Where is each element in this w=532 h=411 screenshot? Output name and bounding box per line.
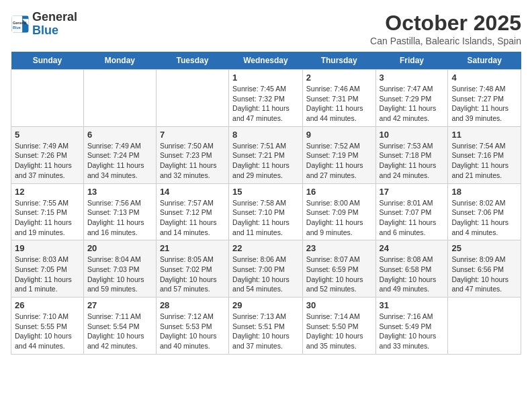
cell-day-number: 31 (380, 300, 445, 310)
cell-day-number: 6 (87, 130, 152, 140)
cell-info: Sunrise: 8:01 AMSunset: 7:07 PMDaylight:… (380, 198, 445, 238)
cell-day-number: 25 (451, 243, 517, 253)
cell-day-number: 8 (232, 130, 299, 140)
calendar-cell: 4Sunrise: 7:48 AMSunset: 7:27 PMDaylight… (448, 70, 521, 127)
cell-day-number: 10 (380, 130, 445, 140)
cell-day-number: 22 (232, 243, 299, 253)
cell-info: Sunrise: 7:57 AMSunset: 7:12 PMDaylight:… (160, 198, 225, 238)
cell-info: Sunrise: 7:48 AMSunset: 7:27 PMDaylight:… (451, 84, 517, 124)
cell-info: Sunrise: 8:08 AMSunset: 6:58 PMDaylight:… (380, 255, 445, 294)
cell-info: Sunrise: 7:53 AMSunset: 7:18 PMDaylight:… (380, 141, 445, 181)
weekday-header-saturday: Saturday (448, 52, 521, 70)
cell-day-number: 16 (306, 187, 372, 197)
cell-info: Sunrise: 7:46 AMSunset: 7:31 PMDaylight:… (306, 84, 372, 124)
cell-info: Sunrise: 7:55 AMSunset: 7:15 PMDaylight:… (15, 198, 80, 238)
calendar-week-3: 12Sunrise: 7:55 AMSunset: 7:15 PMDayligh… (11, 183, 521, 240)
calendar-cell: 2Sunrise: 7:46 AMSunset: 7:31 PMDaylight… (302, 70, 375, 127)
cell-info: Sunrise: 7:56 AMSunset: 7:13 PMDaylight:… (87, 198, 152, 238)
cell-day-number: 7 (160, 130, 225, 140)
page-header: General Blue General Blue October 2025 C… (11, 11, 521, 46)
logo: General Blue General Blue (11, 11, 77, 38)
weekday-header-row: SundayMondayTuesdayWednesdayThursdayFrid… (11, 52, 521, 70)
cell-day-number: 26 (15, 300, 80, 310)
cell-day-number: 27 (87, 300, 152, 310)
cell-day-number: 15 (232, 187, 299, 197)
calendar-cell: 8Sunrise: 7:51 AMSunset: 7:21 PMDaylight… (229, 126, 303, 183)
calendar-cell: 13Sunrise: 7:56 AMSunset: 7:13 PMDayligh… (83, 183, 156, 240)
cell-info: Sunrise: 7:12 AMSunset: 5:53 PMDaylight:… (160, 312, 225, 351)
cell-day-number: 13 (87, 187, 152, 197)
cell-info: Sunrise: 8:00 AMSunset: 7:09 PMDaylight:… (306, 198, 372, 238)
calendar-cell: 3Sunrise: 7:47 AMSunset: 7:29 PMDaylight… (375, 70, 448, 127)
cell-info: Sunrise: 7:49 AMSunset: 7:26 PMDaylight:… (15, 141, 80, 181)
calendar-cell: 26Sunrise: 7:10 AMSunset: 5:55 PMDayligh… (11, 298, 84, 355)
calendar-cell: 30Sunrise: 7:14 AMSunset: 5:50 PMDayligh… (302, 298, 375, 355)
calendar-cell: 6Sunrise: 7:49 AMSunset: 7:24 PMDaylight… (83, 126, 156, 183)
cell-info: Sunrise: 7:54 AMSunset: 7:16 PMDaylight:… (451, 141, 517, 181)
calendar-title: October 2025 (370, 11, 521, 36)
cell-day-number: 12 (15, 187, 80, 197)
cell-day-number: 5 (15, 130, 80, 140)
calendar-cell (11, 70, 84, 127)
cell-day-number: 1 (232, 73, 299, 83)
calendar-week-5: 26Sunrise: 7:10 AMSunset: 5:55 PMDayligh… (11, 298, 521, 355)
calendar-cell: 29Sunrise: 7:13 AMSunset: 5:51 PMDayligh… (229, 298, 303, 355)
cell-info: Sunrise: 7:14 AMSunset: 5:50 PMDaylight:… (306, 312, 372, 351)
title-area: October 2025 Can Pastilla, Balearic Isla… (370, 11, 521, 46)
cell-day-number: 9 (306, 130, 372, 140)
cell-day-number: 28 (160, 300, 225, 310)
cell-info: Sunrise: 7:47 AMSunset: 7:29 PMDaylight:… (380, 84, 445, 124)
calendar-table: SundayMondayTuesdayWednesdayThursdayFrid… (11, 52, 521, 355)
cell-info: Sunrise: 7:52 AMSunset: 7:19 PMDaylight:… (306, 141, 372, 181)
calendar-cell: 22Sunrise: 8:06 AMSunset: 7:00 PMDayligh… (229, 240, 303, 298)
cell-day-number: 11 (451, 130, 517, 140)
calendar-cell (448, 298, 521, 355)
weekday-header-friday: Friday (375, 52, 448, 70)
cell-info: Sunrise: 7:16 AMSunset: 5:49 PMDaylight:… (380, 312, 445, 351)
cell-info: Sunrise: 7:58 AMSunset: 7:10 PMDaylight:… (232, 198, 299, 238)
cell-info: Sunrise: 8:06 AMSunset: 7:00 PMDaylight:… (232, 255, 299, 294)
calendar-cell (83, 70, 156, 127)
calendar-cell: 28Sunrise: 7:12 AMSunset: 5:53 PMDayligh… (156, 298, 228, 355)
cell-info: Sunrise: 7:11 AMSunset: 5:54 PMDaylight:… (87, 312, 152, 351)
calendar-week-1: 1Sunrise: 7:45 AMSunset: 7:32 PMDaylight… (11, 70, 521, 127)
cell-day-number: 3 (380, 73, 445, 83)
calendar-cell: 27Sunrise: 7:11 AMSunset: 5:54 PMDayligh… (83, 298, 156, 355)
cell-info: Sunrise: 8:02 AMSunset: 7:06 PMDaylight:… (451, 198, 517, 238)
cell-info: Sunrise: 8:03 AMSunset: 7:05 PMDaylight:… (15, 255, 80, 294)
calendar-cell: 19Sunrise: 8:03 AMSunset: 7:05 PMDayligh… (11, 240, 84, 298)
calendar-cell: 18Sunrise: 8:02 AMSunset: 7:06 PMDayligh… (448, 183, 521, 240)
calendar-cell: 25Sunrise: 8:09 AMSunset: 6:56 PMDayligh… (448, 240, 521, 298)
calendar-cell: 12Sunrise: 7:55 AMSunset: 7:15 PMDayligh… (11, 183, 84, 240)
cell-day-number: 14 (160, 187, 225, 197)
logo-blue-text: Blue (32, 24, 58, 37)
weekday-header-tuesday: Tuesday (156, 52, 228, 70)
cell-day-number: 21 (160, 243, 225, 253)
cell-day-number: 20 (87, 243, 152, 253)
weekday-header-sunday: Sunday (11, 52, 84, 70)
cell-day-number: 17 (380, 187, 445, 197)
cell-day-number: 2 (306, 73, 372, 83)
logo-icon: General Blue (11, 15, 30, 34)
svg-text:Blue: Blue (13, 26, 21, 30)
cell-day-number: 30 (306, 300, 372, 310)
calendar-week-4: 19Sunrise: 8:03 AMSunset: 7:05 PMDayligh… (11, 240, 521, 298)
cell-info: Sunrise: 7:49 AMSunset: 7:24 PMDaylight:… (87, 141, 152, 181)
cell-info: Sunrise: 8:05 AMSunset: 7:02 PMDaylight:… (160, 255, 225, 294)
cell-day-number: 23 (306, 243, 372, 253)
calendar-cell: 15Sunrise: 7:58 AMSunset: 7:10 PMDayligh… (229, 183, 303, 240)
cell-info: Sunrise: 7:50 AMSunset: 7:23 PMDaylight:… (160, 141, 225, 181)
calendar-cell: 24Sunrise: 8:08 AMSunset: 6:58 PMDayligh… (375, 240, 448, 298)
calendar-cell: 14Sunrise: 7:57 AMSunset: 7:12 PMDayligh… (156, 183, 228, 240)
cell-info: Sunrise: 7:10 AMSunset: 5:55 PMDaylight:… (15, 312, 80, 351)
calendar-cell: 1Sunrise: 7:45 AMSunset: 7:32 PMDaylight… (229, 70, 303, 127)
cell-day-number: 29 (232, 300, 299, 310)
calendar-cell: 9Sunrise: 7:52 AMSunset: 7:19 PMDaylight… (302, 126, 375, 183)
calendar-cell: 20Sunrise: 8:04 AMSunset: 7:03 PMDayligh… (83, 240, 156, 298)
cell-info: Sunrise: 7:13 AMSunset: 5:51 PMDaylight:… (232, 312, 299, 351)
calendar-week-2: 5Sunrise: 7:49 AMSunset: 7:26 PMDaylight… (11, 126, 521, 183)
cell-day-number: 4 (451, 73, 517, 83)
weekday-header-wednesday: Wednesday (229, 52, 303, 70)
cell-day-number: 19 (15, 243, 80, 253)
calendar-cell: 17Sunrise: 8:01 AMSunset: 7:07 PMDayligh… (375, 183, 448, 240)
